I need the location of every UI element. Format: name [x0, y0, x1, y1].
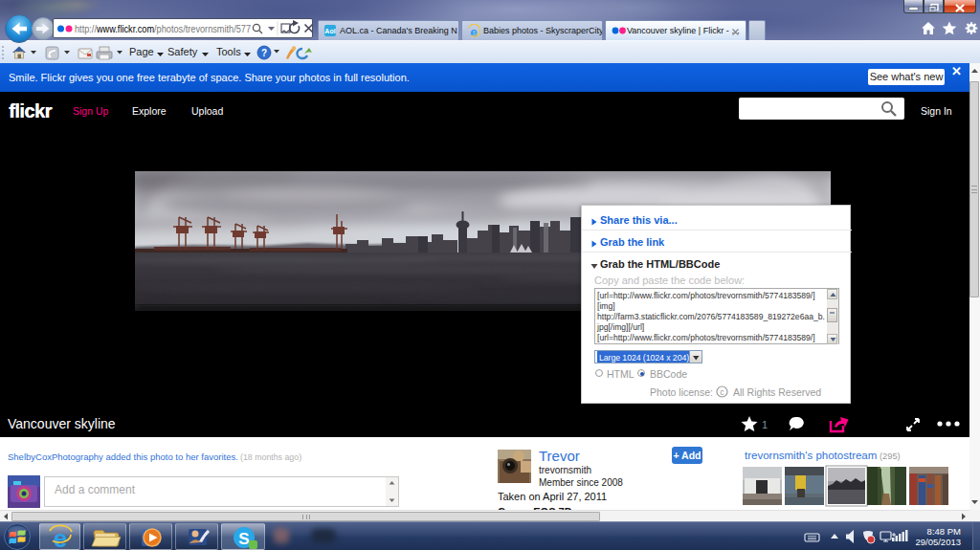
- svg-text:?: ?: [261, 48, 267, 58]
- svg-text:Aol: Aol: [324, 28, 335, 34]
- svg-text:S: S: [238, 530, 249, 548]
- svg-text:e: e: [54, 524, 67, 550]
- svg-text:c: c: [720, 387, 724, 397]
- svg-text:http://www.flickr.com/photos/t: http://www.flickr.com/photos/trevornsmit…: [75, 23, 251, 34]
- svg-text:1: 1: [762, 419, 768, 430]
- svg-text:e: e: [470, 25, 478, 38]
